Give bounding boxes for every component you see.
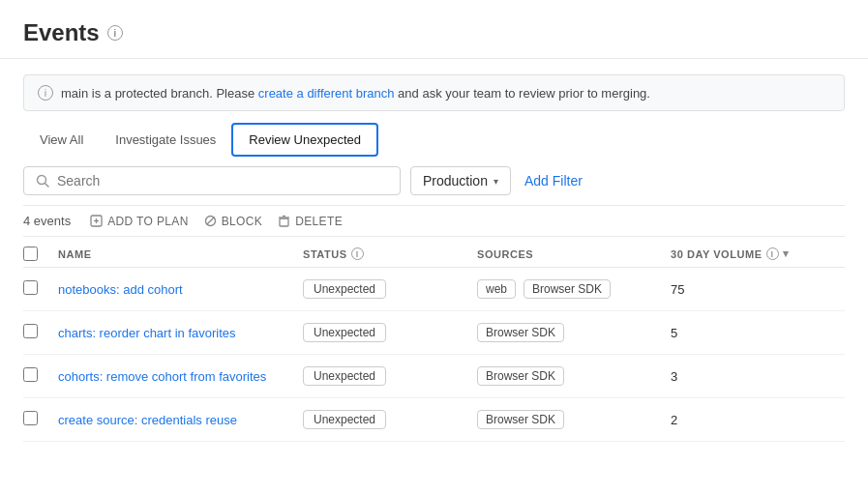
- add-filter-button[interactable]: Add Filter: [521, 167, 586, 194]
- chevron-down-icon: ▾: [494, 176, 498, 187]
- block-button[interactable]: BLOCK: [204, 215, 262, 228]
- row-status-cell: Unexpected: [303, 279, 477, 299]
- row-checkbox-cell: [23, 280, 58, 298]
- production-label: Production: [423, 173, 488, 189]
- row-volume-cell: 75: [671, 282, 845, 297]
- svg-rect-7: [280, 218, 288, 226]
- volume-sort-icon[interactable]: ▾: [783, 247, 790, 260]
- th-name: NAME: [58, 247, 303, 261]
- th-checkbox: [23, 247, 58, 261]
- source-tag: Browser SDK: [477, 410, 564, 429]
- status-badge: Unexpected: [303, 366, 386, 386]
- search-icon: [36, 174, 49, 188]
- th-sources: SOURCES: [477, 247, 671, 261]
- svg-line-6: [206, 218, 214, 225]
- events-count: 4 events: [23, 214, 71, 228]
- row-checkbox-cell: [23, 324, 58, 341]
- row-checkbox-cell: [23, 411, 58, 428]
- row-checkbox[interactable]: [23, 367, 38, 382]
- tab-view-all[interactable]: View All: [23, 123, 100, 157]
- event-name-link[interactable]: notebooks: add cohort: [58, 282, 183, 297]
- tab-review-unexpected[interactable]: Review Unexpected: [231, 123, 378, 157]
- create-branch-link[interactable]: create a different branch: [258, 86, 395, 101]
- source-tag: Browser SDK: [477, 366, 564, 386]
- volume-info-icon[interactable]: i: [766, 247, 779, 260]
- bulk-actions-row: 4 events ADD TO PLAN BLOCK DELETE: [23, 206, 845, 237]
- table-row: notebooks: add cohort Unexpected web Bro…: [23, 268, 845, 311]
- row-sources-cell: web Browser SDK: [477, 279, 671, 299]
- row-volume-cell: 5: [671, 326, 845, 340]
- row-name-cell: notebooks: add cohort: [58, 281, 303, 297]
- page-header: Events i: [0, 0, 868, 59]
- events-table: NAME STATUS i SOURCES 30 DAY VOLUME i ▾ …: [23, 237, 845, 442]
- source-tag: Browser SDK: [524, 279, 611, 299]
- event-name-link[interactable]: create source: credentials reuse: [58, 413, 237, 427]
- event-name-link[interactable]: charts: reorder chart in favorites: [58, 326, 236, 340]
- row-name-cell: charts: reorder chart in favorites: [58, 325, 303, 340]
- source-tag: Browser SDK: [477, 323, 564, 342]
- alert-info-icon: i: [38, 85, 53, 101]
- delete-icon: [278, 215, 290, 227]
- row-sources-cell: Browser SDK: [477, 323, 671, 342]
- add-to-plan-icon: [90, 215, 103, 227]
- page-title: Events i: [23, 19, 845, 46]
- row-sources-cell: Browser SDK: [477, 366, 671, 386]
- row-status-cell: Unexpected: [303, 366, 477, 386]
- tabs-row: View All Investigate Issues Review Unexp…: [23, 123, 845, 157]
- event-name-link[interactable]: cohorts: remove cohort from favorites: [58, 369, 266, 384]
- search-input[interactable]: [57, 173, 388, 189]
- table-header: NAME STATUS i SOURCES 30 DAY VOLUME i ▾: [23, 237, 845, 268]
- row-sources-cell: Browser SDK: [477, 410, 671, 429]
- alert-banner: i main is a protected branch. Please cre…: [23, 74, 845, 111]
- add-to-plan-button[interactable]: ADD TO PLAN: [90, 215, 189, 228]
- status-badge: Unexpected: [303, 410, 386, 429]
- status-badge: Unexpected: [303, 279, 386, 299]
- status-badge: Unexpected: [303, 323, 386, 342]
- title-info-icon[interactable]: i: [107, 25, 123, 41]
- production-dropdown[interactable]: Production ▾: [410, 166, 511, 195]
- alert-text: main is a protected branch. Please creat…: [61, 86, 650, 101]
- status-info-icon[interactable]: i: [351, 247, 364, 260]
- select-all-checkbox[interactable]: [23, 247, 38, 261]
- table-row: cohorts: remove cohort from favorites Un…: [23, 355, 845, 398]
- block-icon: [204, 215, 217, 227]
- search-box[interactable]: [23, 166, 401, 195]
- row-status-cell: Unexpected: [303, 410, 477, 429]
- table-row: create source: credentials reuse Unexpec…: [23, 398, 845, 442]
- row-checkbox-cell: [23, 367, 58, 385]
- th-volume: 30 DAY VOLUME i ▾: [671, 247, 845, 261]
- row-volume-cell: 3: [671, 369, 845, 384]
- row-status-cell: Unexpected: [303, 323, 477, 342]
- content-area: i main is a protected branch. Please cre…: [0, 74, 868, 442]
- row-name-cell: cohorts: remove cohort from favorites: [58, 368, 303, 384]
- svg-line-1: [45, 184, 49, 188]
- th-status: STATUS i: [303, 247, 477, 261]
- row-checkbox[interactable]: [23, 411, 38, 425]
- row-volume-cell: 2: [671, 413, 845, 427]
- row-name-cell: create source: credentials reuse: [58, 412, 303, 427]
- delete-button[interactable]: DELETE: [278, 215, 343, 228]
- title-text: Events: [23, 19, 100, 46]
- source-tag: web: [477, 279, 516, 299]
- row-checkbox[interactable]: [23, 324, 38, 338]
- table-row: charts: reorder chart in favorites Unexp…: [23, 311, 845, 355]
- row-checkbox[interactable]: [23, 280, 38, 295]
- tab-investigate-issues[interactable]: Investigate Issues: [99, 123, 232, 157]
- filter-row: Production ▾ Add Filter: [23, 157, 845, 206]
